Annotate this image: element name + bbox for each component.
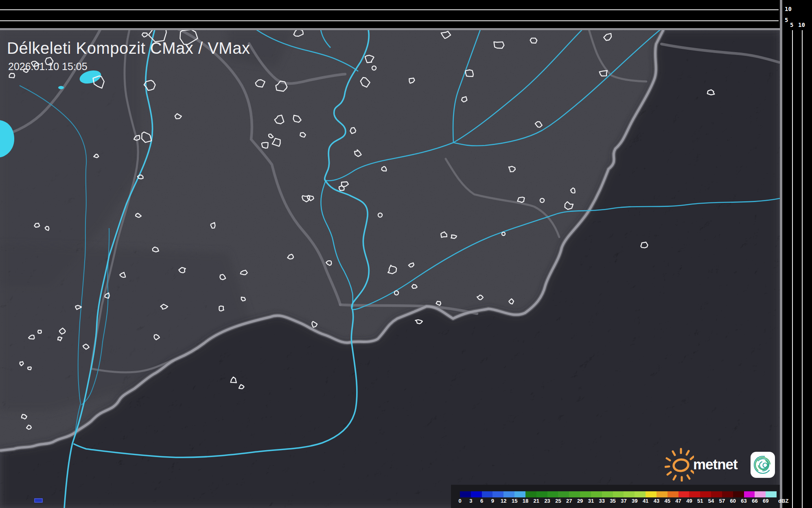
legend-tick-label: 27 [566, 498, 572, 504]
legend-color-cell [525, 491, 536, 497]
legend-tick-label: 39 [632, 498, 637, 504]
legend-tick-label: 33 [599, 498, 605, 504]
legend-tick-label: 6 [480, 498, 483, 504]
legend-color-cell [646, 491, 657, 497]
legend-color-cell [547, 491, 558, 497]
legend-tick-label: 9 [491, 498, 494, 504]
top-scale-line-5km [0, 20, 779, 21]
legend-color-cell [569, 491, 580, 497]
legend-tick-label: 51 [697, 498, 703, 504]
legend-tick-label: 57 [719, 498, 725, 504]
legend-tick-label: 29 [577, 498, 583, 504]
legend-color-cell [602, 491, 613, 497]
legend-color-cell [492, 491, 503, 497]
legend-tick-label: 47 [675, 498, 681, 504]
legend-color-cell [558, 491, 569, 497]
legend-color-cell [744, 491, 755, 497]
top-scale-line-10km [0, 9, 779, 10]
legend-color-cell [580, 491, 591, 497]
top-profile-tick-5: 5 [785, 17, 788, 23]
legend-color-cell [536, 491, 547, 497]
legend-color-cell [722, 491, 733, 497]
lake [58, 86, 64, 89]
legend-color-cell [668, 491, 678, 497]
legend-tick-label: 35 [610, 498, 615, 504]
radar-composite-screen: Délkeleti Kompozit CMax / VMax 2026.01.1… [0, 0, 812, 508]
top-profile-tick-10: 10 [785, 6, 792, 12]
map-canvas [0, 26, 780, 508]
legend-tick-label: 43 [654, 498, 659, 504]
spiral-logo-icon [750, 451, 775, 478]
legend-color-cell [678, 491, 689, 497]
legend-color-cell [733, 491, 744, 497]
legend-tick-label: 63 [741, 498, 746, 504]
legend-color-cell [591, 491, 602, 497]
legend-color-cell [689, 491, 700, 497]
radar-map [0, 0, 812, 508]
legend-tick-label: 66 [752, 498, 757, 504]
legend-tick-label: 31 [588, 498, 594, 504]
legend-color-cell [514, 491, 525, 497]
vertical-divider [780, 0, 782, 508]
side-profile-tick-5: 5 [790, 22, 793, 28]
legend-tick-label: 25 [555, 498, 561, 504]
legend-tick-label: 69 [763, 498, 768, 504]
radar-echo [35, 499, 42, 502]
map-title: Délkeleti Kompozit CMax / VMax [7, 39, 250, 57]
legend-tick-label: 41 [643, 498, 648, 504]
horizontal-divider [0, 28, 780, 30]
legend-tick-label: 21 [534, 498, 539, 504]
side-scale-line-5km [792, 30, 793, 508]
legend-tick-label: 49 [686, 498, 692, 504]
legend-color-cell [613, 491, 624, 497]
legend-tick-label: 0 [458, 498, 461, 504]
legend-unit-label: dBZ [778, 498, 788, 504]
legend-tick-label: 23 [544, 498, 550, 504]
right-profile-strip [780, 0, 812, 508]
legend-color-cell [766, 491, 777, 497]
legend-tick-label: 18 [523, 498, 528, 504]
legend-color-cell [471, 491, 482, 497]
legend-color-cell [700, 491, 711, 497]
top-profile-strip [0, 0, 780, 28]
legend-color-cell [755, 491, 766, 497]
legend-tick-label: 45 [665, 498, 670, 504]
side-profile-tick-10: 10 [798, 22, 805, 28]
sun-icon [665, 447, 694, 482]
legend-tick-label: 60 [730, 498, 736, 504]
legend-color-cell [503, 491, 514, 497]
legend-color-cell [460, 491, 471, 497]
legend-tick-label: 37 [621, 498, 626, 504]
metnet-logo: metnet [665, 447, 781, 482]
legend-color-cell [635, 491, 646, 497]
legend-color-cell [624, 491, 635, 497]
reflectivity-legend: 0369121518212325272931333537394143454749… [451, 485, 780, 508]
legend-color-cell [657, 491, 668, 497]
map-timestamp: 2026.01.10 15:05 [8, 61, 88, 73]
legend-tick-label: 3 [469, 498, 472, 504]
legend-tick-label: 12 [501, 498, 506, 504]
legend-color-bar [460, 491, 777, 497]
metnet-logo-text: metnet [693, 456, 738, 473]
legend-color-cell [711, 491, 722, 497]
side-scale-line-10km [802, 30, 803, 508]
legend-color-cell [482, 491, 493, 497]
legend-tick-label: 54 [708, 498, 714, 504]
legend-tick-label: 15 [512, 498, 517, 504]
